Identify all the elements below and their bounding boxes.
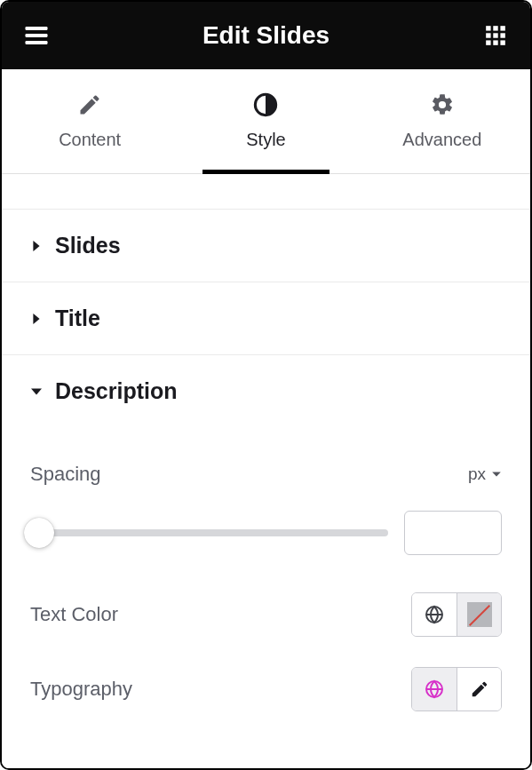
section-spacer [2, 174, 530, 210]
tab-content[interactable]: Content [2, 69, 178, 173]
spacing-label: Spacing [30, 463, 101, 486]
contrast-icon [253, 92, 278, 117]
tab-bar: Content Style Advanced [2, 69, 530, 174]
global-color-button[interactable] [412, 593, 457, 636]
section-header-description[interactable]: Description [2, 355, 530, 427]
section-header-slides[interactable]: Slides [2, 210, 530, 282]
color-picker-button[interactable] [457, 593, 501, 636]
svg-rect-3 [486, 26, 490, 30]
pencil-icon [77, 92, 102, 117]
caret-right-icon [30, 240, 43, 252]
svg-rect-5 [500, 26, 504, 30]
section-title: Slides [55, 233, 121, 258]
tab-label: Advanced [402, 130, 481, 150]
tab-label: Style [246, 130, 285, 150]
section-title-label: Description [55, 378, 178, 404]
svg-rect-10 [493, 40, 497, 44]
unit-value: px [468, 464, 486, 484]
no-color-swatch [467, 602, 492, 627]
spacing-row: Spacing px [30, 463, 502, 486]
hamburger-icon [23, 22, 50, 49]
text-color-row: Text Color [30, 592, 502, 637]
svg-rect-11 [500, 40, 504, 44]
edit-typography-button[interactable] [457, 668, 501, 710]
spacing-slider[interactable] [30, 529, 388, 536]
section-slides: Slides [2, 210, 530, 282]
section-header-title[interactable]: Title [2, 282, 530, 354]
spacing-slider-row [30, 511, 502, 555]
svg-rect-4 [493, 26, 497, 30]
svg-rect-2 [26, 41, 48, 44]
pencil-icon [470, 679, 489, 699]
panel-title: Edit Slides [202, 21, 330, 50]
edit-panel: Edit Slides Content Style Adva [0, 0, 532, 770]
tab-advanced[interactable]: Advanced [354, 69, 530, 173]
global-typography-button[interactable] [412, 668, 457, 710]
svg-rect-6 [486, 33, 490, 37]
svg-rect-1 [26, 34, 48, 37]
globe-icon [424, 604, 445, 625]
tab-style[interactable]: Style [178, 69, 353, 173]
panel-header: Edit Slides [2, 2, 530, 69]
text-color-label: Text Color [30, 603, 118, 626]
svg-rect-7 [493, 33, 497, 37]
globe-icon [424, 679, 445, 700]
svg-rect-0 [26, 27, 48, 30]
tab-label: Content [59, 130, 121, 150]
sections-container: Slides Title Description Spacing [2, 174, 530, 768]
section-description: Description Spacing px [2, 355, 530, 747]
menu-button[interactable] [21, 20, 52, 51]
unit-select[interactable]: px [468, 464, 502, 484]
chevron-down-icon [491, 469, 502, 480]
section-title-label: Title [55, 306, 100, 331]
svg-rect-8 [500, 33, 504, 37]
gear-icon [430, 92, 455, 117]
text-color-group [411, 592, 502, 637]
section-title: Title [2, 282, 530, 355]
spacing-input[interactable] [404, 511, 502, 555]
caret-down-icon [30, 385, 43, 398]
slider-thumb[interactable] [24, 518, 54, 548]
svg-rect-9 [486, 40, 490, 44]
typography-row: Typography [30, 667, 502, 711]
grid-icon [484, 24, 507, 47]
section-body-description: Spacing px Text Color [2, 427, 530, 747]
caret-right-icon [30, 313, 43, 325]
typography-label: Typography [30, 678, 132, 701]
typography-group [411, 667, 502, 711]
apps-button[interactable] [480, 20, 511, 51]
